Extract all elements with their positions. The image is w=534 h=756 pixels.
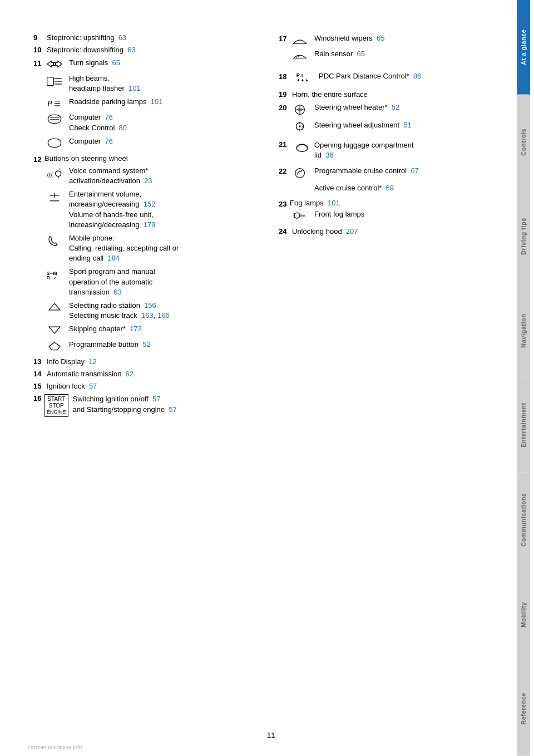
item-12-volume: Entertainment volume,increasing/decreasi… [44, 189, 251, 230]
radio-up-icon [44, 301, 65, 313]
item-12-voice: ((( * Voice command system*activation/de… [44, 166, 251, 186]
item-11-content: Turn signals 65 High beams,headlamp flas [44, 58, 251, 152]
item-16-text: Switching ignition on/off 57and Starting… [73, 394, 177, 414]
svg-text:A: A [296, 54, 300, 60]
cruise-text: Programmable cruise control 67 [314, 166, 496, 176]
item-24-num: 24 [279, 227, 290, 235]
item-10-text: Steptronic: downshifting 63 [47, 46, 136, 54]
front-fog-text: Front fog lamps [314, 209, 496, 219]
left-column: 9 Steptronic: upshifting 63 10 Steptroni… [33, 33, 251, 734]
luggage-icon [292, 140, 312, 155]
sidebar: At a glance Controls Driving tips Naviga… [513, 0, 534, 756]
item-9-num: 9 [33, 33, 44, 42]
item-14-text: Automatic transmission 62 [47, 370, 134, 378]
sidebar-tab-at-a-glance[interactable]: At a glance [517, 0, 530, 95]
item-20-sw-heater: Steering wheel heater* 52 [290, 102, 496, 117]
item-12-phone: Mobile phone:Calling, redialing, accepti… [44, 233, 251, 264]
radio-down-text: Skipping chapter* 172 [69, 324, 251, 334]
sw-heater-text: Steering wheel heater* 52 [314, 102, 496, 112]
svg-marker-1 [53, 61, 62, 67]
rain-sensor-text: Rain sensor 65 [314, 49, 496, 59]
item-11-high-beams: High beams,headlamp flasher 101 [44, 73, 251, 94]
item-15-text: Ignition lock 57 [47, 382, 97, 390]
item-17-wipers: Windshield wipers 65 [290, 33, 496, 46]
radio-up-text: Selecting radio station 156Selecting mus… [69, 301, 251, 321]
item-19-num: 19 [279, 90, 290, 99]
svg-text:•: • [303, 124, 305, 127]
sport-text: Sport program and manualoperation of the… [69, 267, 251, 297]
page-number: 11 [267, 731, 275, 739]
cruise-icon [290, 166, 310, 180]
item-12-prog-button: Programmable button 52 [44, 340, 251, 352]
sidebar-tab-entertainment[interactable]: Entertainment [517, 378, 530, 473]
radio-down-icon [44, 324, 65, 336]
rain-sensor-icon: A [290, 49, 310, 61]
item-9: 9 Steptronic: upshifting 63 [33, 33, 251, 43]
item-15: 15 Ignition lock 57 [33, 382, 251, 391]
phone-text: Mobile phone:Calling, redialing, accepti… [69, 233, 251, 264]
item-20-content: Steering wheel heater* 52 • • • [290, 102, 496, 136]
item-20-num: 20 [279, 104, 290, 112]
sidebar-tab-reference[interactable]: Reference [517, 661, 530, 756]
svg-text:(((: ((( [47, 171, 53, 178]
sw-adjust-text: Steering wheel adjustment 51 [314, 120, 496, 130]
active-cruise-text: Active cruise control* 69 [314, 184, 394, 192]
item-22-cruise: Programmable cruise control 67 [290, 166, 496, 180]
item-14: 14 Automatic transmission 62 [33, 370, 251, 379]
item-15-num: 15 [33, 382, 44, 390]
item-12-title: Buttons on steering wheel [44, 154, 251, 163]
item-11-computer-b: Computer 76 [44, 136, 251, 149]
sidebar-tab-mobility[interactable]: Mobility [517, 567, 530, 662]
sidebar-tab-navigation[interactable]: Navigation [517, 283, 530, 378]
sidebar-tab-controls[interactable]: Controls [517, 95, 530, 189]
start-stop-icon: START STOP ENGINE [44, 394, 68, 417]
high-beams-text: High beams,headlamp flasher 101 [69, 73, 251, 94]
item-21: 21 Opening luggage compartmentlid 36 [279, 140, 496, 160]
item-22-active-cruise: Active cruise control* 69 [314, 184, 496, 192]
item-13-text: Info Display 12 [47, 357, 97, 366]
sidebar-tab-communications[interactable]: Communications [517, 473, 530, 567]
svg-marker-0 [47, 61, 56, 67]
item-13-num: 13 [33, 357, 44, 366]
item-18-num: 18 [279, 72, 290, 81]
svg-rect-10 [48, 115, 61, 124]
item-23: 23 Fog lamps 101 [279, 199, 496, 225]
turn-signals-text: Turn signals 65 [69, 58, 251, 68]
computer-a-icon [44, 112, 65, 125]
item-23-content: Fog lamps 101 Front fog lamps [290, 199, 496, 225]
sport-icon: S – M D ✓ [44, 267, 65, 279]
parking-lamps-icon: P [44, 97, 65, 109]
item-17-num: 17 [279, 35, 290, 43]
sidebar-tab-driving-tips[interactable]: Driving tips [517, 189, 530, 284]
item-23-front-fog: Front fog lamps [290, 209, 496, 222]
pdc-text: PDC Park Distance Control* 86 [319, 71, 496, 81]
pdc-icon: P ıı ▲▲▲ [294, 69, 314, 84]
item-12-radio-down: Skipping chapter* 172 [44, 324, 251, 336]
item-11-num: 11 [33, 59, 44, 67]
voice-text: Voice command system*activation/deactiva… [69, 166, 251, 186]
item-9-text: Steptronic: upshifting 63 [47, 33, 126, 42]
computer-a-text: Computer 76Check Control 80 [69, 112, 251, 132]
svg-point-39 [299, 125, 300, 127]
item-11-turn-signals: Turn signals 65 [44, 58, 251, 70]
item-23-title: Fog lamps 101 [290, 199, 496, 207]
item-23-num: 23 [279, 200, 290, 208]
item-17-rain-sensor: A Rain sensor 65 [290, 49, 496, 61]
item-11-computer-a: Computer 76Check Control 80 [44, 112, 251, 132]
sw-adjust-icon: • • • [290, 120, 310, 132]
item-21-text: Opening luggage compartmentlid 36 [314, 140, 496, 160]
svg-text:P: P [47, 99, 52, 108]
sw-heater-icon [290, 102, 310, 117]
wipers-text: Windshield wipers 65 [314, 33, 496, 43]
item-16-num: 16 [33, 394, 44, 402]
computer-b-icon [44, 136, 65, 149]
computer-b-text: Computer 76 [69, 136, 251, 146]
svg-text:ıı: ıı [300, 72, 303, 78]
item-24: 24 Unlocking hood 207 [279, 227, 496, 237]
item-22-content: Programmable cruise control 67 Active cr… [290, 166, 496, 194]
front-fog-icon [290, 209, 310, 222]
item-24-text: Unlocking hood 207 [292, 227, 358, 235]
item-11: 11 Turn signals 65 [33, 58, 251, 152]
parking-lamps-text: Roadside parking lamps 101 [69, 97, 251, 107]
svg-rect-13 [48, 139, 61, 147]
